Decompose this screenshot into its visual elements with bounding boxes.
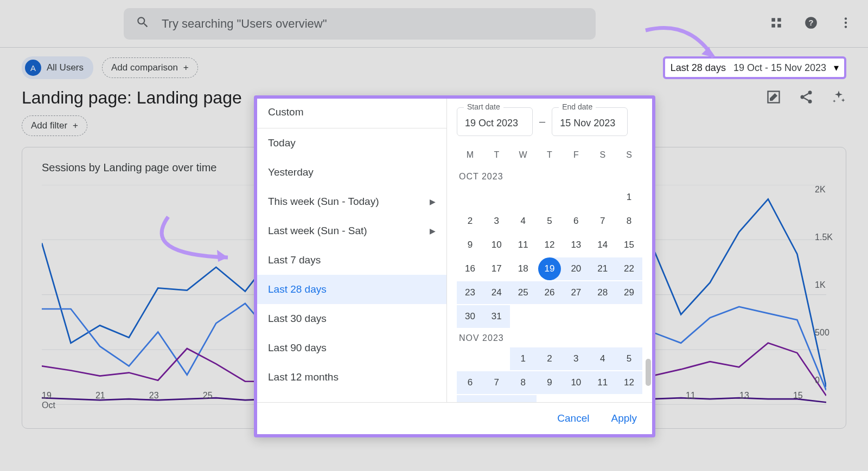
calendar-nov[interactable]: 123456789101112131415	[457, 347, 642, 402]
calendar-day[interactable]: 15	[616, 234, 642, 256]
svg-point-6	[845, 17, 847, 20]
segment-label: All Users	[47, 62, 84, 73]
calendar-day[interactable]: 12	[537, 234, 563, 256]
calendar-day[interactable]: 6	[457, 371, 483, 394]
calendar-day[interactable]: 29	[616, 281, 642, 304]
calendar-day[interactable]: 21	[589, 257, 616, 280]
calendar-day[interactable]: 19	[537, 257, 563, 280]
preset-list[interactable]: CustomTodayYesterdayThis week (Sun - Tod…	[257, 99, 447, 402]
preset-option[interactable]: Last 7 days	[257, 246, 446, 275]
calendar-day[interactable]: 1	[510, 347, 537, 370]
insights-icon[interactable]	[831, 89, 846, 107]
apply-button[interactable]: Apply	[611, 412, 637, 424]
calendar-day[interactable]: 22	[616, 257, 642, 280]
calendar-day[interactable]: 12	[616, 371, 642, 394]
calendar-day[interactable]: 2	[537, 347, 563, 370]
preset-option[interactable]: Last 12 months	[257, 363, 446, 392]
calendar-day[interactable]: 3	[563, 347, 589, 370]
calendar-day[interactable]: 11	[589, 371, 616, 394]
search-input[interactable]: Try searching "Users overview"	[124, 8, 596, 40]
search-icon	[136, 15, 150, 33]
calendar-day[interactable]: 7	[483, 371, 510, 394]
preset-option[interactable]: This week (Sun - Today)▶	[257, 187, 446, 216]
help-icon[interactable]: ?	[804, 16, 818, 32]
apps-icon[interactable]	[769, 16, 783, 32]
end-date-input[interactable]: End date 15 Nov 2023	[552, 107, 628, 136]
calendar-day[interactable]: 13	[563, 234, 589, 256]
customize-icon[interactable]	[766, 89, 781, 107]
add-filter-button[interactable]: Add filter +	[22, 115, 87, 136]
y-axis-labels: 2K1.5K1K5000	[793, 185, 833, 385]
calendar-day[interactable]: 8	[616, 210, 642, 233]
calendar-day[interactable]: 4	[589, 347, 616, 370]
calendar-day[interactable]: 3	[483, 210, 510, 233]
preset-option[interactable]: Last 90 days	[257, 333, 446, 363]
calendar-day[interactable]: 17	[483, 257, 510, 280]
calendar-day[interactable]: 10	[483, 234, 510, 256]
date-range-label: 19 Oct - 15 Nov 2023	[733, 62, 826, 74]
calendar-day[interactable]: 24	[483, 281, 510, 304]
calendar-day[interactable]: 18	[510, 257, 537, 280]
calendar-day[interactable]: 13	[457, 395, 483, 402]
calendar-day[interactable]: 4	[510, 210, 537, 233]
calendar-day[interactable]: 30	[457, 305, 483, 328]
preset-option[interactable]: Last week (Sun - Sat)▶	[257, 216, 446, 246]
preset-option[interactable]: Last 30 days	[257, 304, 446, 333]
segment-avatar: A	[25, 60, 41, 76]
calendar-day[interactable]: 31	[483, 305, 510, 328]
svg-rect-3	[777, 24, 781, 27]
date-range-popup: CustomTodayYesterdayThis week (Sun - Tod…	[254, 95, 655, 437]
add-comparison-button[interactable]: Add comparison +	[102, 57, 198, 78]
preset-option[interactable]: Last 28 days	[257, 275, 446, 304]
date-range-dash: –	[539, 115, 545, 128]
scrollbar-thumb[interactable]	[646, 359, 651, 386]
calendar-day[interactable]: 2	[457, 210, 483, 233]
segment-row: A All Users Add comparison + Last 28 day…	[0, 48, 868, 88]
chevron-down-icon: ▾	[834, 62, 839, 74]
calendar-day[interactable]: 6	[563, 210, 589, 233]
top-bar: Try searching "Users overview" ?	[0, 0, 868, 48]
calendar-day[interactable]: 1	[616, 186, 642, 209]
calendar-day[interactable]: 11	[510, 234, 537, 256]
svg-text:?: ?	[808, 18, 813, 27]
svg-point-8	[845, 25, 847, 28]
calendar-day[interactable]: 14	[589, 234, 616, 256]
calendar-day[interactable]: 9	[537, 371, 563, 394]
calendar-day[interactable]: 23	[457, 281, 483, 304]
date-preset-label: Last 28 days	[671, 62, 726, 74]
calendar-day[interactable]: 25	[510, 281, 537, 304]
preset-option[interactable]: Yesterday	[257, 158, 446, 187]
calendar-oct[interactable]: 1234567891011121314151617181920212223242…	[457, 186, 642, 328]
calendar-day[interactable]: 15	[510, 395, 537, 402]
preset-option[interactable]: Custom	[257, 99, 446, 128]
calendar-day[interactable]: 5	[537, 210, 563, 233]
svg-point-11	[801, 95, 805, 99]
calendar-day[interactable]: 27	[563, 281, 589, 304]
share-icon[interactable]	[799, 89, 814, 107]
svg-point-12	[808, 99, 812, 103]
start-date-input[interactable]: Start date 19 Oct 2023	[457, 107, 533, 136]
calendar-day[interactable]: 14	[483, 395, 510, 402]
svg-point-7	[845, 21, 847, 23]
preset-option[interactable]: Today	[257, 128, 446, 158]
svg-point-10	[808, 91, 812, 94]
segment-chip-all-users[interactable]: A All Users	[22, 56, 93, 79]
calendar-day[interactable]: 9	[457, 234, 483, 256]
calendar-day[interactable]: 10	[563, 371, 589, 394]
calendar-day[interactable]: 7	[589, 210, 616, 233]
date-range-dropdown[interactable]: Last 28 days 19 Oct - 15 Nov 2023 ▾	[663, 56, 846, 79]
svg-rect-0	[771, 18, 775, 22]
cancel-button[interactable]: Cancel	[557, 412, 589, 424]
more-icon[interactable]	[839, 16, 853, 32]
calendar-panel: Start date 19 Oct 2023 – End date 15 Nov…	[447, 99, 652, 402]
calendar-day[interactable]: 26	[537, 281, 563, 304]
calendar-day[interactable]: 20	[563, 257, 589, 280]
month-label-nov: NOV 2023	[457, 328, 642, 347]
svg-rect-1	[777, 18, 781, 22]
calendar-day[interactable]: 16	[457, 257, 483, 280]
plus-icon: +	[183, 62, 189, 73]
svg-rect-2	[771, 24, 775, 27]
calendar-day[interactable]: 5	[616, 347, 642, 370]
calendar-day[interactable]: 8	[510, 371, 537, 394]
calendar-day[interactable]: 28	[589, 281, 616, 304]
